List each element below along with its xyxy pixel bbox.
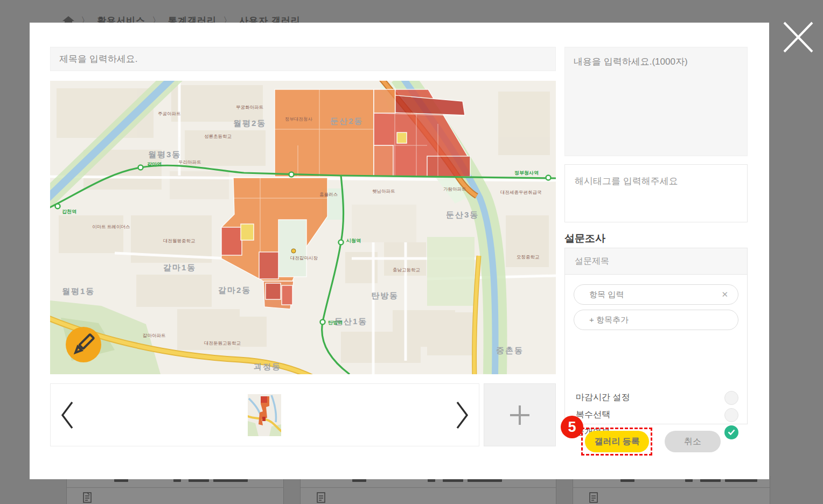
- survey-item-placeholder: 항목 입력: [589, 290, 624, 300]
- poi-label: 대전세종우편취급국: [500, 190, 542, 195]
- public-checked-toggle[interactable]: [724, 425, 738, 439]
- district-label: 괴정동: [254, 362, 281, 371]
- title-input[interactable]: [50, 47, 556, 71]
- document-icon: [589, 492, 598, 503]
- poi-label: 주공아파트: [158, 111, 181, 116]
- hashtag-input[interactable]: [564, 164, 748, 222]
- survey-heading: 설문조사: [564, 232, 605, 246]
- district-label: 갈마1동: [163, 263, 196, 272]
- district-label: 둔산3동: [446, 210, 479, 219]
- document-icon: [83, 492, 92, 503]
- survey-item-input[interactable]: 항목 입력 ✕: [574, 284, 738, 305]
- image-carousel: [50, 383, 479, 446]
- carousel-next-icon[interactable]: [453, 400, 471, 430]
- option-label: 복수선택: [576, 409, 610, 421]
- district-label: 중촌동: [496, 346, 524, 355]
- background-card: [300, 476, 556, 504]
- option-row-multi-select: 복수선택: [576, 408, 738, 422]
- multi-select-radio[interactable]: [724, 408, 738, 422]
- poi-label: 두리아파트: [178, 159, 201, 165]
- poi-label: 오정중학교: [517, 254, 540, 260]
- background-card: [573, 476, 770, 504]
- check-icon: [728, 429, 735, 435]
- option-row-deadline: 마감시간 설정: [576, 390, 738, 405]
- district-label: 월평1동: [62, 286, 95, 296]
- poi-label: 충남고등학교: [393, 267, 420, 272]
- poi-label: 대전월평중학교: [163, 238, 196, 243]
- gallery-register-modal: 월평2동월평3동둔산2동둔산3동둔산1동탄방동갈마1동갈마2동월평1동괴정동중촌…: [30, 23, 769, 479]
- district-label: 월평3동: [148, 150, 181, 159]
- poi-label: 대전갈마시장: [290, 255, 318, 261]
- poi-label: 가람아파트: [443, 186, 466, 192]
- map-preview[interactable]: 월평2동월평3동둔산2동둔산3동둔산1동탄방동갈마1동갈마2동월평1동괴정동중촌…: [50, 81, 556, 374]
- survey-title-input[interactable]: 설문제목: [565, 248, 747, 275]
- add-survey-item-button[interactable]: + 항목추가: [574, 310, 738, 330]
- option-label: 마감시간 설정: [576, 392, 630, 403]
- add-image-button[interactable]: [484, 383, 556, 446]
- poi-label: 성룡초등학교: [204, 134, 232, 139]
- document-icon: [317, 492, 325, 503]
- station-label: 갑천역: [62, 209, 76, 214]
- station-label: 탄방역: [328, 320, 343, 325]
- deadline-radio[interactable]: [724, 391, 738, 405]
- station-label: 갈마역: [147, 162, 162, 167]
- background-card: [66, 476, 284, 504]
- station-label: 정부청사역: [514, 170, 539, 176]
- close-icon[interactable]: [781, 20, 815, 54]
- cancel-button[interactable]: 취소: [665, 431, 721, 452]
- district-label: 갈마2동: [218, 285, 251, 295]
- poi-label: 무궁화아파트: [236, 104, 263, 110]
- plus-icon: [509, 404, 531, 426]
- choropleth-map: 월평2동월평3동둔산2동둔산3동둔산1동탄방동갈마1동갈마2동월평1동괴정동중촌…: [50, 81, 556, 374]
- station-label: 시청역: [346, 238, 361, 243]
- gallery-register-button[interactable]: 갤러리 등록: [585, 431, 649, 452]
- poi-label: 갈마아파트: [143, 333, 166, 338]
- district-label: 탄방동: [371, 291, 399, 300]
- content-input[interactable]: [564, 47, 748, 156]
- district-label: 둔산2동: [330, 116, 363, 125]
- carousel-prev-icon[interactable]: [58, 400, 76, 430]
- poi-label: 홈플러스: [319, 192, 338, 197]
- map-edit-pencil-button[interactable]: [66, 327, 101, 362]
- add-item-label: + 항목추가: [589, 315, 629, 325]
- market-poi-dot: [291, 249, 296, 253]
- poi-label: 이마트 트레이더스: [92, 224, 130, 229]
- carousel-thumbnail[interactable]: [248, 394, 281, 436]
- survey-box: 설문제목 항목 입력 ✕ + 항목추가 마감시간 설정 복수선택 공개여부: [564, 248, 748, 424]
- poi-label: 햇님아파트: [372, 188, 395, 194]
- poi-label: 정부대전청사: [285, 116, 313, 122]
- district-label: 월평2동: [233, 118, 266, 128]
- step-5-annotation-badge: 5: [561, 416, 583, 438]
- remove-item-icon[interactable]: ✕: [721, 290, 728, 299]
- poi-label: 대전둔원고등학교: [204, 340, 241, 346]
